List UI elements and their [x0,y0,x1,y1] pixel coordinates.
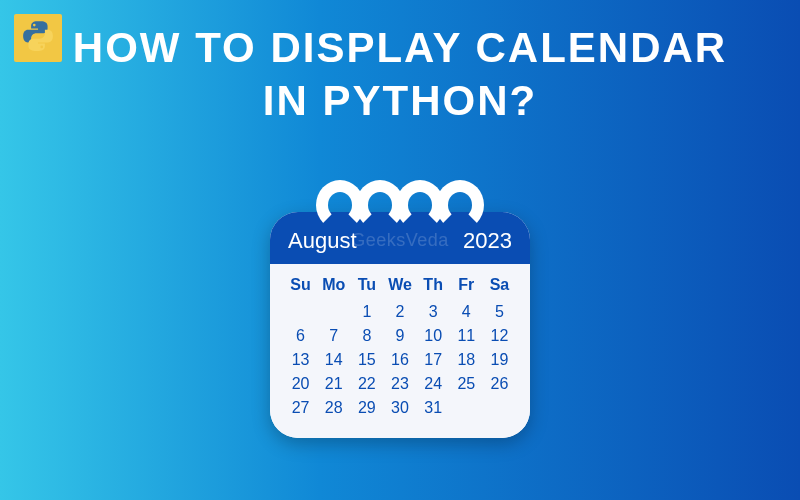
day-cell: 17 [417,348,450,372]
day-cell: 7 [317,324,350,348]
weekday-row: Su Mo Tu We Th Fr Sa [284,272,516,300]
title-line-2: in Python? [263,77,537,124]
day-cell: 13 [284,348,317,372]
ring-icon [436,180,484,230]
day-cell: 2 [383,300,416,324]
calendar-card: August GeeksVeda 2023 Su Mo Tu We Th Fr … [270,212,530,438]
day-cell: 11 [450,324,483,348]
day-cell: 29 [350,396,383,420]
weekday-header: Su [284,272,317,300]
weekday-header: Fr [450,272,483,300]
day-cell: 27 [284,396,317,420]
day-cell: 8 [350,324,383,348]
day-cell: 21 [317,372,350,396]
day-cell [483,396,516,420]
day-cell: 20 [284,372,317,396]
day-cell: 4 [450,300,483,324]
day-cell: 22 [350,372,383,396]
day-cell: 15 [350,348,383,372]
day-cell: 31 [417,396,450,420]
day-cell [450,396,483,420]
weekday-header: Th [417,272,450,300]
week-row: 27 28 29 30 31 [284,396,516,420]
day-cell: 26 [483,372,516,396]
week-row: 6 7 8 9 10 11 12 [284,324,516,348]
title-line-1: How to Display Calendar [73,24,727,71]
page-title: How to Display Calendar in Python? [0,0,800,127]
day-cell: 10 [417,324,450,348]
week-row: 20 21 22 23 24 25 26 [284,372,516,396]
calendar-month: August [288,228,357,254]
day-cell [317,300,350,324]
day-cell: 14 [317,348,350,372]
weekday-header: Sa [483,272,516,300]
day-cell: 16 [383,348,416,372]
week-row: 13 14 15 16 17 18 19 [284,348,516,372]
python-logo-icon [21,19,55,57]
day-cell: 18 [450,348,483,372]
day-cell [284,300,317,324]
week-row: 1 2 3 4 5 [284,300,516,324]
day-cell: 5 [483,300,516,324]
calendar-grid: Su Mo Tu We Th Fr Sa 1 2 3 [284,272,516,420]
day-cell: 24 [417,372,450,396]
weekday-header: Mo [317,272,350,300]
day-cell: 1 [350,300,383,324]
watermark-text: GeeksVeda [351,230,449,251]
day-cell: 12 [483,324,516,348]
day-cell: 28 [317,396,350,420]
python-logo-badge [14,14,62,62]
calendar-year: 2023 [463,228,512,254]
day-cell: 6 [284,324,317,348]
day-cell: 23 [383,372,416,396]
calendar-body: Su Mo Tu We Th Fr Sa 1 2 3 [270,264,530,438]
calendar-spiral-rings [270,180,530,230]
weekday-header: Tu [350,272,383,300]
calendar-illustration: August GeeksVeda 2023 Su Mo Tu We Th Fr … [270,180,530,438]
day-cell: 19 [483,348,516,372]
day-cell: 30 [383,396,416,420]
day-cell: 25 [450,372,483,396]
day-cell: 3 [417,300,450,324]
weekday-header: We [383,272,416,300]
day-cell: 9 [383,324,416,348]
